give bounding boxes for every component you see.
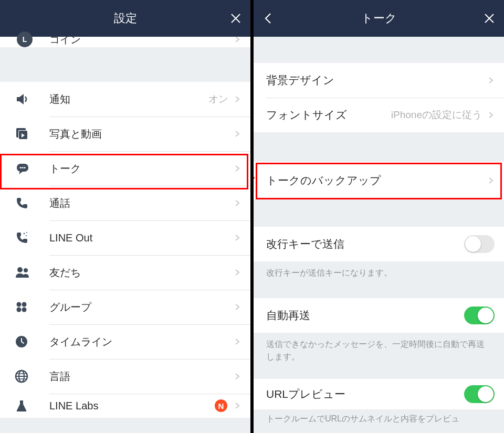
back-icon[interactable] (262, 12, 275, 25)
note-auto-resend: 送信できなかったメッセージを、一定時間後に自動で再送します。 (254, 333, 504, 363)
chevron-right-icon (487, 177, 495, 184)
row-auto-resend[interactable]: 自動再送 (254, 298, 504, 333)
chevron-right-icon (234, 130, 241, 138)
toggle-auto-resend[interactable] (464, 307, 495, 324)
note-url-preview: トークルームでURLのサムネイルと内容をプレビュ (254, 409, 504, 425)
talk-header: トーク (254, 0, 504, 37)
svg-point-9 (26, 235, 27, 236)
settings-title: 設定 (114, 10, 137, 26)
svg-point-11 (24, 268, 28, 272)
speaker-icon (15, 91, 30, 107)
group-icon (15, 300, 28, 314)
link-arrow (252, 177, 256, 178)
phone-icon (15, 196, 29, 210)
row-background-design[interactable]: 背景デザイン (254, 63, 504, 98)
settings-list: 通知 オン 写真と動画 トーク 通話 LINE Out (0, 82, 250, 418)
chat-icon (15, 161, 30, 176)
settings-pane: 設定 L コイン 通知 オン 写真と動画 トーク (0, 0, 252, 433)
close-icon[interactable] (229, 12, 242, 25)
phone-sparkle-icon (15, 230, 29, 245)
toggle-return-send[interactable] (464, 235, 495, 253)
new-badge: N (215, 399, 227, 412)
chevron-right-icon (234, 165, 241, 172)
talk-pane: トーク 背景デザイン フォントサイズ iPhoneの設定に従う トークのバックア… (252, 0, 504, 433)
row-talk[interactable]: トーク (0, 151, 250, 186)
row-talk-backup[interactable]: トークのバックアップ (254, 162, 504, 199)
row-group[interactable]: グループ (0, 290, 250, 324)
chevron-right-icon (487, 77, 495, 84)
coin-icon: L (17, 31, 33, 47)
chevron-right-icon (234, 338, 241, 345)
row-font-size[interactable]: フォントサイズ iPhoneの設定に従う (254, 98, 504, 132)
row-timeline[interactable]: タイムライン (0, 324, 250, 359)
chevron-right-icon (234, 36, 241, 43)
chevron-right-icon (234, 373, 241, 380)
svg-point-5 (22, 167, 23, 168)
chevron-right-icon (234, 234, 241, 241)
row-friends[interactable]: 友だち (0, 255, 250, 290)
svg-point-8 (26, 232, 27, 233)
photo-icon (15, 126, 29, 141)
settings-header: 設定 (0, 0, 250, 37)
svg-point-4 (19, 167, 21, 168)
flask-icon (15, 399, 28, 413)
chevron-right-icon (234, 402, 241, 409)
row-notifications[interactable]: 通知 オン (0, 82, 250, 117)
row-call[interactable]: 通話 (0, 186, 250, 220)
row-photo-video[interactable]: 写真と動画 (0, 117, 250, 151)
talk-title: トーク (361, 10, 397, 26)
svg-point-6 (24, 167, 25, 168)
friends-icon (15, 265, 30, 280)
row-language[interactable]: 言語 (0, 359, 250, 394)
close-icon[interactable] (483, 12, 496, 25)
note-return-send: 改行キーが送信キーになります。 (254, 261, 504, 279)
row-coin[interactable]: L コイン (0, 37, 250, 47)
chevron-right-icon (487, 111, 495, 119)
svg-point-13 (22, 302, 27, 307)
svg-point-15 (22, 308, 27, 312)
row-line-out[interactable]: LINE Out (0, 220, 250, 255)
svg-point-12 (17, 302, 22, 307)
globe-icon (15, 369, 28, 383)
svg-point-14 (17, 308, 22, 312)
svg-point-10 (17, 267, 23, 272)
chevron-right-icon (234, 96, 241, 103)
row-url-preview[interactable]: URLプレビュー (254, 379, 504, 409)
clock-icon (15, 335, 28, 348)
chevron-right-icon (234, 303, 241, 311)
row-return-send[interactable]: 改行キーで送信 (254, 227, 504, 261)
chevron-right-icon (234, 269, 241, 276)
svg-point-7 (24, 233, 25, 235)
toggle-url-preview[interactable] (464, 385, 495, 403)
row-line-labs[interactable]: LINE Labs N (0, 394, 250, 418)
chevron-right-icon (234, 199, 241, 207)
